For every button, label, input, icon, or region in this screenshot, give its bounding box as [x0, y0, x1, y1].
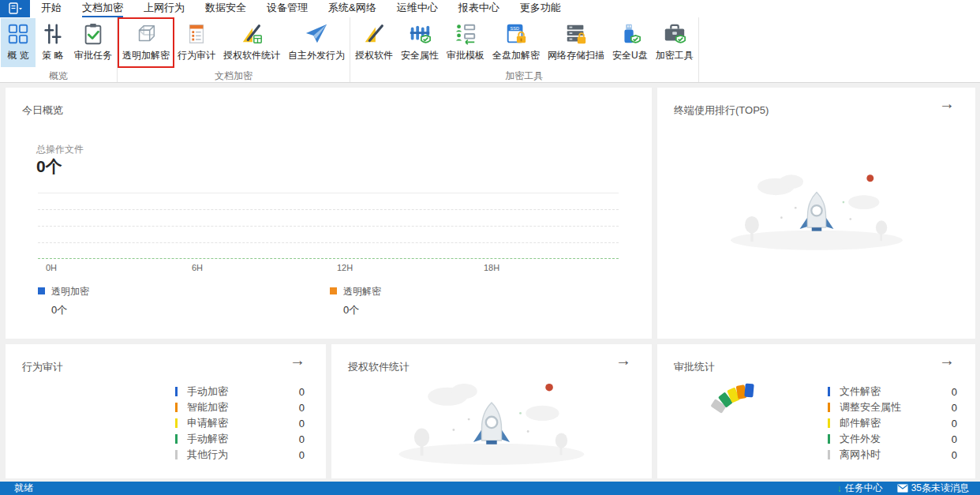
- journal-icon: [7, 2, 23, 15]
- clipboard-check-icon: [80, 21, 107, 47]
- ribbon-button-approval-tasks[interactable]: 审批任务: [70, 18, 116, 67]
- pencil-ruler-icon: [238, 21, 265, 47]
- x-tick: 18H: [484, 263, 499, 272]
- rocket-empty-state-illustration: [393, 371, 590, 471]
- status-bar: 就绪 ↓ 任务中心 35条未读消息: [0, 482, 980, 495]
- legend-row: 申请解密0: [175, 415, 305, 431]
- x-tick: 6H: [192, 263, 203, 272]
- tab-start[interactable]: 开始: [41, 0, 62, 17]
- tab-data-security[interactable]: 数据安全: [205, 0, 246, 17]
- menu-bar: 开始 文档加密 上网行为 数据安全 设备管理 系统&网络 运维中心 报表中心 更…: [0, 0, 980, 17]
- arrow-right-icon[interactable]: →: [939, 352, 955, 368]
- ribbon-group-label: 文档加密: [118, 67, 349, 85]
- legend-row: 文件解密0: [828, 384, 957, 399]
- tab-device-management[interactable]: 设备管理: [267, 0, 308, 17]
- tab-system-network[interactable]: 系统&网络: [328, 0, 376, 17]
- ribbon-toolbar: 概 览 策 略: [0, 17, 980, 83]
- dashboard: 今日概览 总操作文件 0个 0H 6H 12H 18H 透明加密 0个 透明解密…: [0, 84, 980, 482]
- ribbon-button-full-disk-encryption[interactable]: SSD 全盘加解密: [488, 18, 544, 67]
- ribbon-button-behavior-audit[interactable]: 行为审计: [174, 18, 219, 67]
- total-files-label: 总操作文件: [36, 143, 84, 156]
- ribbon-button-self-outgoing-behavior[interactable]: 自主外发行为: [284, 18, 349, 67]
- legend-row: 离网补时0: [828, 447, 957, 463]
- rocket-empty-state-illustration: [725, 165, 908, 253]
- panel-title: 审批统计: [674, 360, 715, 374]
- panel-title: 今日概览: [22, 103, 63, 118]
- total-files-value: 0个: [36, 156, 62, 178]
- legend-row: 邮件解密0: [828, 415, 957, 431]
- paper-plane-icon: [303, 21, 330, 47]
- usb-shield-icon: [616, 21, 643, 47]
- arrow-right-icon[interactable]: →: [615, 352, 631, 368]
- panel-title: 行为审计: [22, 360, 63, 374]
- ribbon-button-approval-template[interactable]: 审批模板: [443, 18, 488, 67]
- envelope-icon: [897, 484, 908, 493]
- ribbon-group-label: 加密工具: [351, 67, 698, 85]
- x-tick: 12H: [337, 263, 353, 272]
- ribbon-button-label: 透明加解密: [122, 49, 170, 62]
- svg-text:SSD: SSD: [511, 26, 520, 31]
- cube-icon: [133, 21, 159, 47]
- arrow-right-icon[interactable]: →: [939, 96, 955, 111]
- legend-row: 手动解密0: [175, 431, 305, 447]
- legend-value: 0个: [343, 303, 381, 317]
- template-list-icon: [452, 21, 479, 47]
- toolbox-shield-icon: [661, 21, 688, 47]
- ribbon-button-label: 审批任务: [74, 49, 112, 62]
- legend-row: 文件外发0: [828, 431, 957, 447]
- legend-swatch: [38, 287, 45, 294]
- ribbon-button-label: 策 略: [42, 49, 63, 62]
- ribbon-group-doc-encryption: 透明加解密 行为审计: [118, 17, 350, 82]
- tab-internet-behavior[interactable]: 上网行为: [144, 0, 185, 17]
- behavior-audit-legend: 手动加密0 智能加密0 申请解密0 手动解密0 其他行为0: [175, 384, 305, 463]
- ribbon-button-secure-usb[interactable]: 安全U盘: [608, 18, 652, 67]
- legend-row: 其他行为0: [175, 447, 305, 463]
- ribbon-button-label: 全盘加解密: [492, 49, 540, 62]
- status-ready: 就绪: [14, 482, 33, 495]
- task-center-button[interactable]: ↓ 任务中心: [832, 482, 888, 495]
- ribbon-button-label: 安全属性: [401, 49, 439, 62]
- panel-terminal-ranking: 终端使用排行(TOP5) →: [657, 88, 975, 339]
- ribbon-button-licensed-software[interactable]: 授权软件: [351, 18, 397, 67]
- tab-report-center[interactable]: 报表中心: [458, 0, 499, 17]
- panel-licensed-software-stats: 授权软件统计 →: [331, 344, 652, 478]
- ribbon-button-policy[interactable]: 策 略: [36, 18, 70, 67]
- pencil-ruler-icon: [361, 21, 387, 47]
- ribbon-group-label: 概览: [1, 67, 116, 85]
- sliders-icon: [39, 21, 66, 47]
- approval-stats-legend: 文件解密0 调整安全属性0 邮件解密0 文件外发0 离网补时0: [828, 384, 957, 463]
- ribbon-button-label: 自主外发行为: [288, 49, 345, 62]
- ribbon-group-encryption-tools: 授权软件 安全属性: [350, 17, 699, 82]
- legend-row: 手动加密0: [175, 384, 305, 399]
- app-menu-button[interactable]: [0, 0, 30, 17]
- ribbon-button-overview[interactable]: 概 览: [1, 18, 36, 67]
- legend-row: 调整安全属性0: [828, 399, 957, 415]
- ribbon-button-security-attributes[interactable]: 安全属性: [397, 18, 443, 67]
- arrow-right-icon[interactable]: →: [290, 352, 305, 368]
- ribbon-button-label: 安全U盘: [612, 49, 648, 62]
- unread-messages-button[interactable]: 35条未读消息: [892, 482, 974, 495]
- legend-row: 智能加密0: [175, 399, 305, 415]
- fence-shield-icon: [406, 21, 433, 47]
- legend-transparent-decrypt: 透明解密 0个: [330, 285, 381, 317]
- panel-behavior-audit: 行为审计 → 手动加密0 智能加密0 申请解密0 手动解密0 其他行为0: [6, 344, 326, 478]
- tab-ops-center[interactable]: 运维中心: [397, 0, 438, 17]
- tab-more-features[interactable]: 更多功能: [520, 0, 561, 17]
- today-chart: [38, 193, 619, 259]
- legend-swatch: [330, 287, 337, 294]
- ribbon-button-label: 行为审计: [178, 49, 215, 62]
- chart-baseline: [38, 258, 619, 259]
- audit-doc-icon: [183, 21, 210, 47]
- ribbon-button-transparent-encryption[interactable]: 透明加解密: [118, 18, 174, 67]
- ribbon-button-label: 审批模板: [447, 49, 484, 62]
- ribbon-button-network-storage-scan[interactable]: 网络存储扫描: [544, 18, 608, 67]
- ribbon-button-label: 授权软件: [355, 49, 393, 62]
- ribbon-button-encryption-tools[interactable]: 加密工具: [652, 18, 698, 67]
- ribbon-button-label: 授权软件统计: [223, 49, 280, 62]
- legend-transparent-encrypt: 透明加密 0个: [38, 285, 89, 317]
- download-arrow-icon: ↓: [837, 483, 842, 494]
- menu-tabs: 开始 文档加密 上网行为 数据安全 设备管理 系统&网络 运维中心 报表中心 更…: [41, 0, 561, 17]
- panel-approval-stats: 审批统计 → 文件解密0 调整安全属性0 邮件解密0 文件外发0 离网补时0: [657, 344, 975, 478]
- tab-doc-encryption[interactable]: 文档加密: [82, 0, 123, 17]
- ribbon-button-licensed-software-stats[interactable]: 授权软件统计: [219, 18, 284, 67]
